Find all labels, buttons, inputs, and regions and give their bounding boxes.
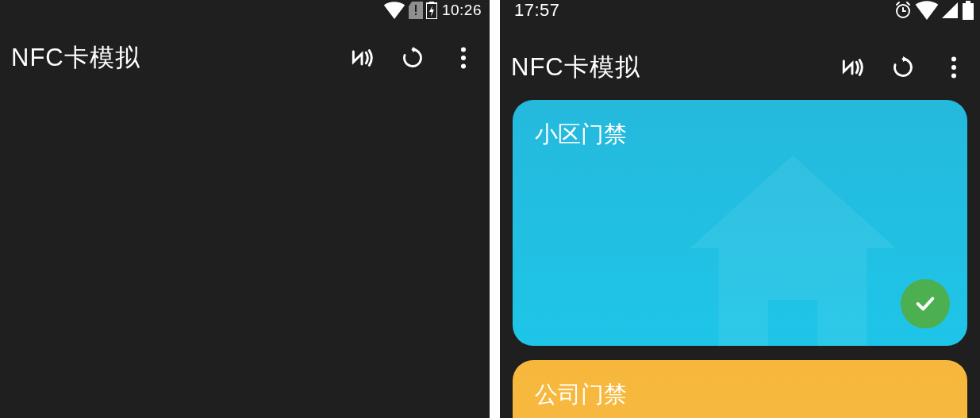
battery-icon [963,1,974,20]
battery-charging-icon [426,2,437,19]
svg-point-5 [461,56,466,60]
card-office-access[interactable]: 公司门禁 [513,360,967,418]
svg-point-4 [461,47,466,52]
status-time: 10:26 [442,2,482,19]
card-label: 公司门禁 [535,382,627,407]
alarm-icon [894,1,913,20]
card-home-access[interactable]: 小区门禁 [513,100,967,346]
app-actions [348,44,477,71]
screenshot-divider [490,0,500,418]
app-actions [839,54,967,81]
svg-rect-8 [963,3,974,20]
no-sim-icon [409,2,423,19]
svg-rect-0 [415,5,417,12]
card-label: 小区门禁 [535,121,627,147]
svg-rect-9 [966,1,970,3]
more-icon[interactable] [450,44,477,71]
svg-point-12 [951,73,956,78]
refresh-icon[interactable] [890,54,917,81]
selected-check-icon [901,279,950,328]
app-bar: NFC卡模拟 [500,30,980,105]
svg-rect-1 [415,13,417,15]
nfc-icon[interactable] [348,44,375,71]
nfc-icon[interactable] [839,54,866,81]
more-icon[interactable] [940,54,967,81]
wifi-icon [915,1,939,20]
status-bar: 10:26 [380,0,490,21]
screen-empty-state: 10:26 NFC卡模拟 [0,0,490,418]
status-bar: 17:57 [500,0,980,21]
house-icon [690,155,896,346]
svg-point-11 [951,65,956,70]
svg-rect-3 [429,2,434,4]
status-time: 17:57 [514,0,560,21]
signal-icon [940,1,959,20]
screen-card-list: 17:57 NFC卡模拟 小区门禁 [500,0,980,418]
app-title: NFC卡模拟 [511,51,640,84]
wifi-icon [383,2,405,19]
app-bar: NFC卡模拟 [0,21,490,95]
refresh-icon[interactable] [399,44,426,71]
app-title: NFC卡模拟 [11,41,140,75]
svg-point-6 [461,63,466,68]
card-list[interactable]: 小区门禁 公司门禁 [513,100,967,418]
svg-point-10 [951,56,956,61]
